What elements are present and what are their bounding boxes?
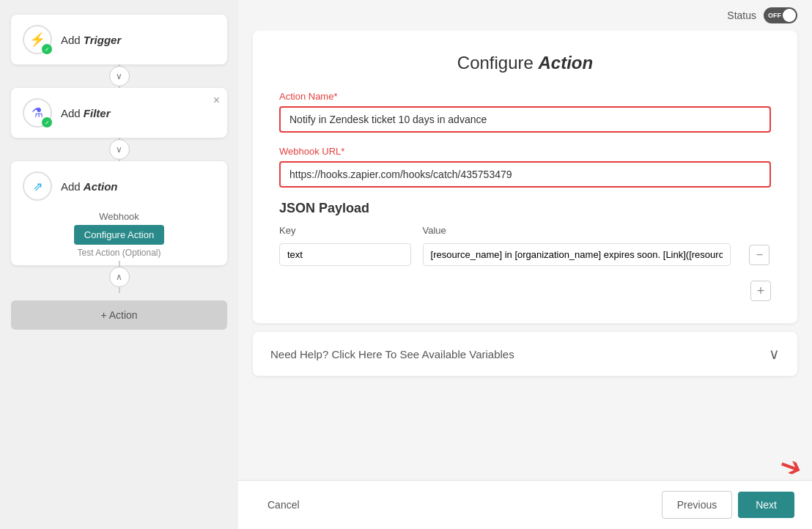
trigger-label-em: Trigger <box>84 34 121 46</box>
json-value-input[interactable] <box>423 243 731 266</box>
form-title-prefix: Configure <box>457 53 539 73</box>
main-content: Configure Action Action Name* Webhook UR… <box>238 31 812 480</box>
action-label: Add Action <box>61 180 118 193</box>
previous-button[interactable]: Previous <box>662 491 732 519</box>
json-payload-table: Key Value − <box>279 225 771 269</box>
filter-icon-circle: ⚗ ✓ <box>23 98 52 127</box>
bottom-bar: Cancel Previous Next ➔ <box>238 480 812 529</box>
add-action-button[interactable]: + Action <box>11 300 227 330</box>
form-title-em: Action <box>539 53 594 73</box>
required-star-1: * <box>333 91 337 102</box>
action-header: ⇗ Add Action <box>11 161 227 211</box>
filter-icon: ⚗ <box>32 105 43 121</box>
filter-label: Add Filter <box>61 107 111 119</box>
add-row-button[interactable]: + <box>750 281 771 301</box>
required-star-2: * <box>341 146 344 157</box>
action-icon-circle: ⇗ <box>23 171 52 201</box>
help-text: Need Help? Click Here To See Available V… <box>270 348 514 360</box>
form-title: Configure Action <box>279 53 771 73</box>
next-button[interactable]: Next <box>738 492 794 518</box>
filter-close-button[interactable]: × <box>213 94 220 107</box>
expand-trigger[interactable]: ∨ <box>109 66 130 86</box>
webhook-url-input[interactable] <box>279 161 771 188</box>
expand-filter[interactable]: ∨ <box>109 139 130 160</box>
expand-action[interactable]: ∧ <box>109 267 130 287</box>
table-row: − <box>279 240 771 269</box>
cancel-button[interactable]: Cancel <box>256 492 311 518</box>
remove-row-button[interactable]: − <box>749 245 769 265</box>
webhook-url-label: Webhook URL* <box>279 146 771 157</box>
nav-buttons: Previous Next ➔ <box>662 491 794 519</box>
configure-action-button[interactable]: Configure Action <box>74 225 164 245</box>
line-6 <box>119 287 120 293</box>
trigger-card: ⚡ ✓ Add Trigger <box>11 15 227 64</box>
left-panel: ⚡ ✓ Add Trigger ∨ ⚗ ✓ Add Filter × ∨ <box>0 0 238 529</box>
trigger-icon: ⚡ ✓ <box>23 25 52 54</box>
line-5 <box>119 261 120 267</box>
action-sub-section: Webhook Configure Action Test Action (Op… <box>11 211 227 265</box>
filter-label-em: Filter <box>84 107 111 119</box>
connector-1: ∨ <box>109 64 130 88</box>
action-name-input[interactable] <box>279 106 771 133</box>
json-payload-title: JSON Payload <box>279 201 771 216</box>
toggle-knob <box>783 9 796 22</box>
value-column-header: Value <box>417 225 744 240</box>
trigger-label: Add Trigger <box>61 34 121 46</box>
key-column-header: Key <box>279 225 417 240</box>
connector-3: ∧ <box>109 265 130 289</box>
chevron-down-icon: ∨ <box>769 345 780 363</box>
right-panel: Status OFF Configure Action Action Name*… <box>238 0 812 529</box>
check-badge-trigger: ✓ <box>42 44 52 54</box>
toggle-off-text: OFF <box>765 12 781 19</box>
webhook-label: Webhook <box>99 211 139 222</box>
check-badge-filter: ✓ <box>42 117 52 127</box>
help-card[interactable]: Need Help? Click Here To See Available V… <box>253 332 797 376</box>
top-bar: Status OFF <box>238 0 812 31</box>
filter-card: ⚗ ✓ Add Filter × <box>11 88 227 138</box>
status-toggle[interactable]: OFF <box>764 7 797 23</box>
share-icon: ⇗ <box>33 180 43 193</box>
action-name-label: Action Name* <box>279 91 771 102</box>
action-label-em: Action <box>84 180 118 193</box>
json-key-input[interactable] <box>279 243 411 266</box>
action-card: ⇗ Add Action Webhook Configure Action Te… <box>11 161 227 265</box>
test-action-label: Test Action (Optional) <box>77 248 160 258</box>
status-label: Status <box>727 10 756 21</box>
connector-2: ∨ <box>109 138 130 161</box>
form-card: Configure Action Action Name* Webhook UR… <box>253 31 797 323</box>
